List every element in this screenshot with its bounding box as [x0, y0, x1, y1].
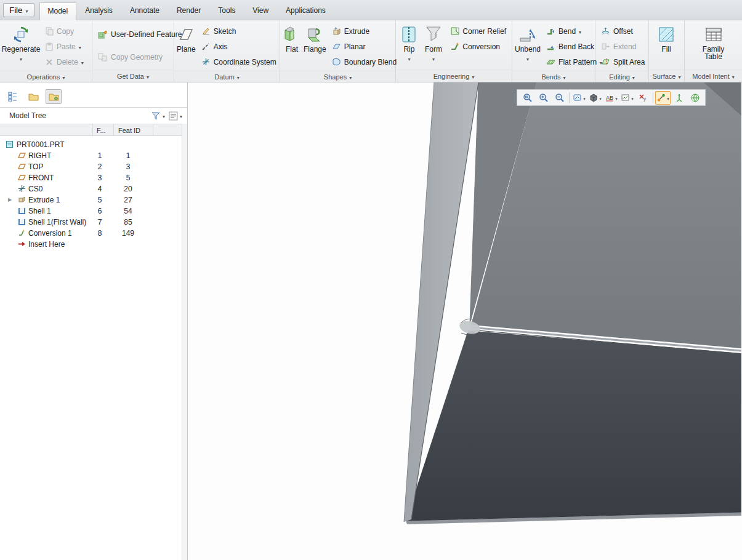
feat-number: 6: [92, 207, 107, 215]
tree-row-right-plane[interactable]: RIGHT 1 1: [0, 150, 187, 161]
planar-button[interactable]: Planar: [328, 39, 400, 54]
column-header-feat-number[interactable]: F...: [97, 127, 106, 134]
group-label-get-data[interactable]: Get Data: [92, 70, 174, 82]
paste-button[interactable]: Paste: [41, 39, 87, 54]
fill-button[interactable]: Fill: [651, 22, 682, 68]
copy-button[interactable]: Copy: [41, 23, 87, 39]
tab-tools[interactable]: Tools: [209, 2, 244, 20]
repaint-button[interactable]: [571, 91, 587, 105]
3d-model-view[interactable]: [188, 82, 741, 560]
spin-center-button[interactable]: [671, 91, 687, 105]
annotation-display-button[interactable]: AB: [603, 91, 619, 105]
split-area-button[interactable]: Split Area: [597, 54, 648, 70]
feat-number: 3: [92, 174, 107, 182]
tree-settings-button[interactable]: [169, 111, 182, 121]
label: Bends: [541, 73, 560, 81]
group-label-bends[interactable]: Bends: [512, 71, 595, 82]
offset-button[interactable]: Offset: [597, 23, 648, 39]
tree-row-front-plane[interactable]: FRONT 3 5: [0, 172, 187, 183]
group-label-operations[interactable]: Operations: [0, 71, 92, 82]
coordinate-system-button[interactable]: Coordinate System: [198, 54, 280, 70]
label: Flat: [286, 46, 298, 53]
column-separator: [153, 124, 153, 135]
tab-applications[interactable]: Applications: [277, 2, 334, 20]
dropdown-arrow-icon: [349, 73, 352, 81]
chevron-down-icon: [25, 6, 28, 15]
erase-dims-button[interactable]: y: [635, 91, 651, 105]
form-button[interactable]: Form: [422, 22, 446, 68]
corner-relief-button[interactable]: Corner Relief: [446, 23, 510, 39]
label: Unbend: [515, 46, 541, 53]
label: Bend Back: [559, 42, 594, 51]
tree-row-shell-first-wall[interactable]: Shell 1(First Wall) 7 85: [0, 217, 187, 228]
unbend-button[interactable]: Unbend: [514, 22, 541, 70]
tree-row-top-plane[interactable]: TOP 2 3: [0, 161, 187, 172]
tab-view[interactable]: View: [244, 2, 277, 20]
boundary-blend-button[interactable]: Boundary Blend: [328, 54, 400, 70]
column-header-feat-id[interactable]: Feat ID: [118, 127, 140, 134]
datum-plane-icon: [18, 174, 26, 181]
feat-number: 4: [92, 185, 107, 193]
group-label-datum[interactable]: Datum: [174, 71, 280, 82]
svg-text:AB: AB: [606, 95, 613, 101]
toolbar-separator: [653, 92, 653, 103]
rip-button[interactable]: Rip: [398, 22, 421, 68]
conversion-button[interactable]: Conversion: [446, 39, 510, 54]
dropdown-arrow-icon: [20, 54, 22, 63]
favorites-folder-button[interactable]: [46, 89, 62, 104]
group-label-surface[interactable]: Surface: [649, 70, 684, 82]
extend-button[interactable]: Extend: [597, 39, 648, 54]
plane-button[interactable]: Plane: [176, 22, 196, 70]
tree-row-insert-here[interactable]: Insert Here: [0, 239, 187, 250]
file-menu-button[interactable]: File: [3, 3, 34, 17]
folder-browser-button[interactable]: [25, 89, 41, 104]
label: Axis: [214, 42, 228, 51]
tab-annotate[interactable]: Annotate: [121, 2, 168, 20]
label: Datum: [214, 73, 234, 81]
group-label-engineering[interactable]: Engineering: [396, 70, 512, 82]
expand-arrow-icon[interactable]: ▶: [8, 197, 12, 202]
user-defined-feature-button[interactable]: User-Defined Feature: [94, 26, 185, 42]
saved-orientations-button[interactable]: [619, 91, 635, 105]
feat-id: 27: [113, 196, 143, 204]
model-tree-view-button[interactable]: [5, 89, 21, 104]
label: Family Table: [697, 46, 730, 60]
feat-number: 8: [92, 229, 107, 238]
tree-row-conversion[interactable]: Conversion 1 8 149: [0, 228, 187, 239]
datum-plane-icon: [18, 162, 26, 170]
tree-row-part[interactable]: PRT0001.PRT: [0, 139, 187, 150]
zoom-in-button[interactable]: [536, 91, 551, 105]
tree-filter-button[interactable]: [151, 111, 165, 121]
feat-id: 20: [113, 185, 143, 193]
delete-button[interactable]: Delete: [41, 54, 87, 70]
sketch-button[interactable]: Sketch: [198, 23, 280, 39]
tree-row-csys[interactable]: CS0 4 20: [0, 183, 187, 194]
copy-geometry-button[interactable]: Copy Geometry: [94, 49, 185, 65]
group-label-editing[interactable]: Editing: [595, 71, 648, 82]
extrude-button[interactable]: Extrude: [328, 23, 400, 39]
tab-render[interactable]: Render: [168, 2, 209, 20]
feat-id: 54: [113, 207, 143, 215]
graphics-area[interactable]: AB y: [188, 82, 742, 560]
label: Regenerate: [2, 46, 41, 53]
family-table-button[interactable]: Family Table: [696, 22, 731, 68]
tab-model[interactable]: Model: [39, 2, 77, 20]
offset-icon: [601, 26, 610, 36]
datum-display-filters-button[interactable]: [655, 91, 671, 105]
zoom-refit-button[interactable]: [520, 91, 535, 105]
tree-row-extrude[interactable]: ▶ Extrude 1 5 27: [0, 194, 187, 206]
regenerate-button[interactable]: Regenerate: [2, 22, 40, 70]
group-label-shapes[interactable]: Shapes: [280, 71, 395, 82]
flat-button[interactable]: Flat: [282, 22, 302, 70]
flange-button[interactable]: Flange: [303, 22, 327, 70]
tree-item-label: Insert Here: [28, 240, 65, 249]
tree-row-shell[interactable]: Shell 1 6 54: [0, 206, 187, 217]
display-style-button[interactable]: [587, 91, 603, 105]
tab-analysis[interactable]: Analysis: [76, 2, 121, 20]
view-manager-button[interactable]: [687, 91, 703, 105]
tree-vertical-scrollbar[interactable]: [182, 124, 187, 560]
group-label-model-intent[interactable]: Model Intent: [685, 70, 742, 82]
axis-button[interactable]: Axis: [198, 39, 280, 54]
model-face-interior-bottom[interactable]: [406, 330, 741, 521]
zoom-out-button[interactable]: [552, 91, 567, 105]
